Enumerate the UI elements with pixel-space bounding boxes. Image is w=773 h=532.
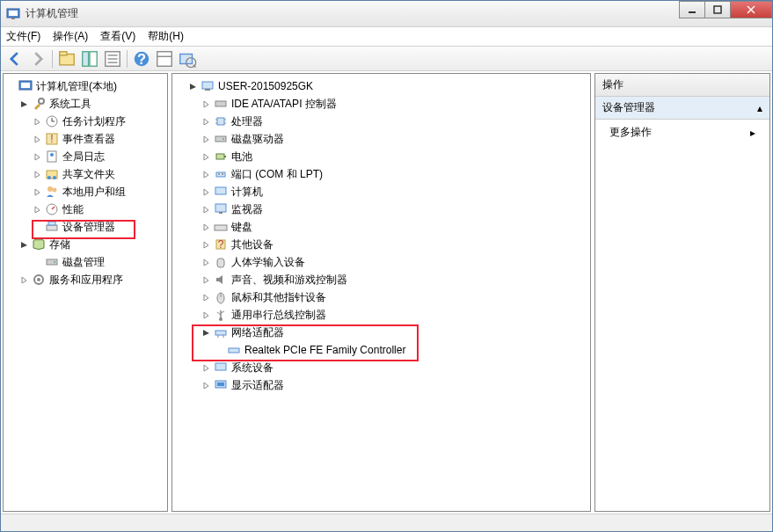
- device-root[interactable]: USER-20150925GK: [174, 77, 588, 95]
- expander-icon[interactable]: [201, 362, 212, 374]
- menu-help[interactable]: 帮助(H): [148, 29, 184, 44]
- device-disk-drives[interactable]: 磁盘驱动器: [174, 130, 588, 148]
- tree-label: 共享文件夹: [62, 167, 115, 182]
- expander-icon[interactable]: [201, 116, 212, 128]
- expander-icon[interactable]: [201, 204, 212, 215]
- expander-icon[interactable]: [32, 169, 43, 180]
- device-ports[interactable]: 端口 (COM 和 LPT): [174, 165, 588, 183]
- device-other[interactable]: ?其他设备: [174, 236, 588, 253]
- expander-icon[interactable]: [201, 169, 212, 180]
- minimize-button[interactable]: [679, 1, 705, 18]
- tree-label: 系统设备: [231, 361, 273, 375]
- device-nic-realtek[interactable]: Realtek PCIe FE Family Controller: [174, 341, 588, 359]
- up-button[interactable]: [56, 49, 77, 69]
- svg-point-31: [50, 153, 54, 157]
- expander-icon[interactable]: [201, 98, 212, 110]
- maximize-button[interactable]: [704, 1, 731, 18]
- tree-label: 计算机管理(本地): [36, 79, 117, 94]
- actions-category[interactable]: 设备管理器 ▴: [595, 97, 769, 120]
- svg-point-44: [37, 278, 40, 281]
- expander-open-icon[interactable]: [187, 81, 199, 92]
- expander-icon[interactable]: [201, 239, 212, 251]
- sound-icon: [214, 273, 228, 287]
- device-sound[interactable]: 声音、视频和游戏控制器: [174, 271, 588, 288]
- tree-label: IDE ATA/ATAPI 控制器: [231, 97, 337, 112]
- device-monitor[interactable]: 监视器: [174, 200, 588, 218]
- svg-rect-38: [47, 225, 57, 230]
- menu-action[interactable]: 操作(A): [53, 29, 88, 44]
- menu-view[interactable]: 查看(V): [100, 29, 135, 44]
- expander-icon[interactable]: [201, 292, 212, 303]
- help-button[interactable]: ?: [131, 49, 152, 69]
- expander-icon[interactable]: [201, 310, 212, 321]
- tree-task-scheduler[interactable]: 任务计划程序: [5, 113, 165, 130]
- svg-rect-62: [219, 212, 222, 214]
- tree-device-manager[interactable]: 设备管理器: [5, 218, 165, 236]
- tree-local-users[interactable]: 本地用户和组: [5, 183, 165, 200]
- expander-icon[interactable]: [201, 151, 212, 163]
- device-usb[interactable]: 通用串行总线控制器: [174, 306, 588, 324]
- tree-services-apps[interactable]: 服务和应用程序: [5, 271, 165, 288]
- svg-rect-46: [205, 89, 210, 91]
- users-icon: [45, 185, 59, 199]
- expander-open-icon[interactable]: [18, 239, 30, 251]
- expander-icon[interactable]: [32, 204, 43, 215]
- list-button[interactable]: [154, 49, 175, 69]
- expander-icon[interactable]: [5, 81, 17, 92]
- expander-open-icon[interactable]: [18, 98, 30, 110]
- close-button[interactable]: [730, 1, 772, 18]
- device-ide[interactable]: IDE ATA/ATAPI 控制器: [174, 95, 588, 113]
- tree-label: 鼠标和其他指针设备: [231, 290, 326, 305]
- expander-icon[interactable]: [201, 380, 212, 391]
- port-icon: [214, 167, 228, 181]
- device-computer[interactable]: 计算机: [174, 183, 588, 200]
- tree-label: 人体学输入设备: [231, 255, 305, 270]
- device-keyboard[interactable]: 键盘: [174, 218, 588, 236]
- expander-icon[interactable]: [201, 257, 212, 268]
- svg-text:!: !: [50, 133, 53, 145]
- tree-label: Realtek PCIe FE Family Controller: [244, 344, 405, 356]
- tree-shared-folders[interactable]: 共享文件夹: [5, 165, 165, 183]
- tree-storage[interactable]: 存储: [5, 236, 165, 253]
- expander-icon[interactable]: [32, 186, 43, 198]
- device-mouse[interactable]: 鼠标和其他指针设备: [174, 288, 588, 306]
- expander-icon[interactable]: [32, 151, 43, 163]
- tree-global-log[interactable]: 全局日志: [5, 148, 165, 165]
- expander-icon[interactable]: [201, 186, 212, 198]
- tree-label: 计算机: [231, 185, 263, 200]
- expander-icon[interactable]: [32, 116, 43, 128]
- nic-icon: [227, 343, 241, 357]
- actions-more[interactable]: 更多操作 ▸: [595, 120, 769, 145]
- device-network[interactable]: 网络适配器: [174, 324, 588, 341]
- forward-button[interactable]: [27, 49, 48, 69]
- tree-label: 任务计划程序: [62, 114, 126, 129]
- tree-performance[interactable]: 性能: [5, 200, 165, 218]
- back-button[interactable]: [4, 49, 26, 69]
- expander-icon[interactable]: [201, 274, 212, 286]
- expander-icon[interactable]: [201, 134, 212, 145]
- device-display[interactable]: 显示适配器: [174, 376, 588, 394]
- svg-rect-57: [216, 172, 225, 177]
- device-battery[interactable]: 电池: [174, 148, 588, 165]
- expander-icon[interactable]: [201, 222, 212, 233]
- performance-icon: [45, 202, 59, 216]
- svg-rect-55: [216, 154, 224, 159]
- expander-icon[interactable]: [18, 274, 30, 286]
- show-hide-tree-button[interactable]: [79, 49, 100, 69]
- device-system-devices[interactable]: 系统设备: [174, 359, 588, 376]
- properties-button[interactable]: [102, 49, 123, 69]
- actions-category-label: 设备管理器: [602, 100, 655, 115]
- expander-icon[interactable]: [32, 134, 43, 145]
- svg-point-58: [218, 173, 220, 175]
- expander-open-icon[interactable]: [201, 327, 212, 339]
- toolbar: ?: [1, 47, 772, 71]
- scan-button[interactable]: [177, 49, 198, 69]
- menu-file[interactable]: 文件(F): [6, 29, 40, 44]
- tree-event-viewer[interactable]: ! 事件查看器: [5, 130, 165, 148]
- tree-disk-management[interactable]: 磁盘管理: [5, 253, 165, 271]
- device-cpu[interactable]: 处理器: [174, 113, 588, 130]
- tree-root-computer-management[interactable]: 计算机管理(本地): [5, 77, 165, 95]
- tree-system-tools[interactable]: 系统工具: [5, 95, 165, 113]
- monitor-icon: [214, 202, 228, 216]
- device-hid[interactable]: 人体学输入设备: [174, 253, 588, 271]
